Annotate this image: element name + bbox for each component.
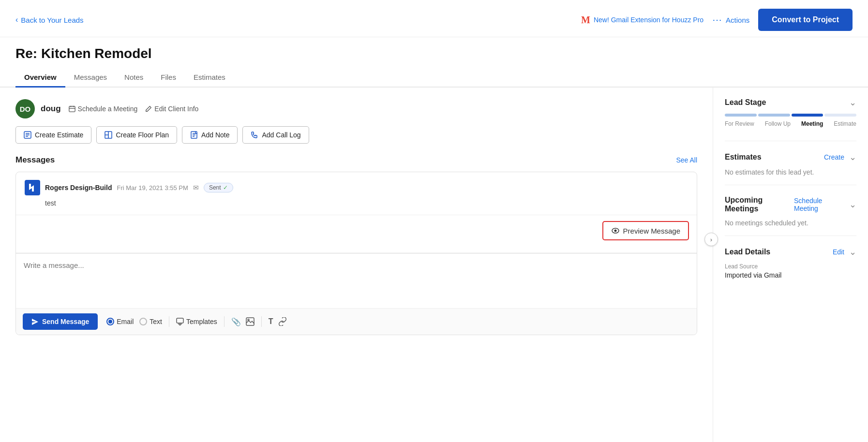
tab-overview[interactable]: Overview [15, 68, 65, 88]
create-estimate-link[interactable]: Create [824, 153, 844, 161]
message-body: test [45, 199, 688, 207]
email-radio[interactable]: Email [106, 318, 134, 325]
upcoming-meetings-section: Upcoming Meetings Schedule Meeting ⌄ No … [725, 196, 856, 236]
image-svg-icon [246, 317, 254, 326]
stage-segment-0 [725, 114, 757, 117]
see-all-link[interactable]: See All [676, 156, 697, 164]
back-to-leads[interactable]: ‹ Back to Your Leads [15, 15, 84, 24]
edit-lead-details-link[interactable]: Edit [833, 248, 844, 256]
stage-label-2: Meeting [801, 120, 823, 127]
templates-button[interactable]: Templates [176, 318, 217, 325]
actions-label: Actions [726, 16, 749, 24]
text-radio[interactable]: Text [139, 318, 162, 325]
tab-files[interactable]: Files [152, 68, 185, 88]
email-radio-dot [106, 318, 114, 325]
pencil-icon [145, 105, 152, 112]
messages-section-header: Messages See All [15, 155, 697, 165]
gmail-promo: M New! Gmail Extension for Houzz Pro [581, 15, 703, 26]
page-title: Re: Kitchen Remodel [15, 46, 853, 61]
message-sender: Rogers Design-Build [45, 184, 112, 192]
tab-estimates[interactable]: Estimates [185, 68, 234, 88]
lead-source-label: Lead Source [725, 263, 856, 270]
preview-message-button[interactable]: Preview Message [602, 221, 689, 240]
estimates-title: Estimates [725, 153, 762, 162]
schedule-meeting-link[interactable]: Schedule Meeting [794, 197, 844, 212]
estimates-empty-text: No estimates for this lead yet. [725, 168, 856, 176]
add-note-button[interactable]: Add Note [182, 126, 238, 144]
channel-radio-group: Email Text [106, 318, 162, 325]
send-message-button[interactable]: Send Message [23, 313, 98, 330]
lead-stage-bar-container: For Review Follow Up Meeting Estimate [725, 114, 856, 127]
lead-source-field: Lead Source Imported via Gmail [725, 263, 856, 279]
back-arrow-icon: ‹ [15, 15, 18, 24]
avatar: DO [15, 99, 35, 118]
stage-label-1: Follow Up [765, 120, 791, 127]
toolbar-divider-1 [169, 316, 169, 327]
floorplan-icon [105, 131, 112, 139]
templates-icon [176, 318, 184, 325]
stage-segment-3 [824, 114, 856, 117]
stage-labels: For Review Follow Up Meeting Estimate [725, 120, 856, 127]
compose-toolbar: Send Message Email Text [16, 308, 697, 335]
link-icon[interactable] [278, 317, 287, 326]
toolbar-divider-2 [224, 316, 224, 327]
actions-dots-icon: ⋯ [712, 14, 723, 26]
scroll-handle[interactable]: › [704, 233, 718, 246]
svg-point-15 [614, 230, 616, 232]
schedule-meeting-link[interactable]: Schedule a Meeting [69, 105, 138, 113]
lead-details-chevron[interactable]: ⌄ [849, 247, 856, 257]
preview-message-area: Preview Message [16, 215, 697, 246]
message-item: Rogers Design-Build Fri Mar 19, 2021 3:5… [16, 172, 697, 215]
convert-to-project-button[interactable]: Convert to Project [758, 9, 853, 31]
tab-notes[interactable]: Notes [116, 68, 152, 88]
eye-icon [611, 226, 620, 235]
lead-stage-section: Lead Stage ⌄ For Review Follow Up Meetin… [725, 97, 856, 141]
gmail-promo-text[interactable]: New! Gmail Extension for Houzz Pro [594, 16, 703, 24]
lead-source-value: Imported via Gmail [725, 271, 856, 279]
image-icon[interactable] [246, 317, 254, 326]
message-date: Fri Mar 19, 2021 3:55 PM [117, 184, 188, 192]
estimates-chevron[interactable]: ⌄ [849, 152, 856, 162]
stage-segment-1 [758, 114, 790, 117]
text-radio-dot [139, 318, 147, 325]
compose-area: Send Message Email Text [16, 253, 697, 335]
stage-segment-2 [792, 114, 823, 117]
username: doug [41, 104, 61, 114]
tabs-bar: Overview Messages Notes Files Estimates [0, 68, 868, 88]
lead-stage-chevron[interactable]: ⌄ [849, 97, 856, 108]
edit-client-info-link[interactable]: Edit Client Info [145, 105, 198, 113]
calendar-icon [69, 105, 75, 112]
houzz-logo-icon [28, 183, 37, 192]
text-format-icon[interactable]: T [269, 317, 273, 326]
stage-label-0: For Review [725, 120, 754, 127]
message-logo [25, 180, 40, 195]
phone-icon [251, 131, 258, 139]
send-icon [31, 318, 39, 325]
lead-details-section: Lead Details Edit ⌄ Lead Source Imported… [725, 247, 856, 288]
email-icon: ✉ [193, 184, 199, 192]
add-call-log-button[interactable]: Add Call Log [242, 126, 309, 144]
create-estimate-button[interactable]: Create Estimate [15, 126, 91, 144]
meetings-empty-text: No meetings scheduled yet. [725, 219, 856, 227]
link-svg-icon [278, 317, 287, 326]
tab-messages[interactable]: Messages [65, 68, 116, 88]
messages-card: Rogers Design-Build Fri Mar 19, 2021 3:5… [15, 172, 697, 335]
sent-badge: Sent ✓ [204, 183, 233, 192]
actions-button[interactable]: ⋯ Actions [712, 14, 749, 26]
back-label: Back to Your Leads [21, 16, 83, 24]
estimates-section: Estimates Create ⌄ No estimates for this… [725, 152, 856, 185]
attachment-icon[interactable]: 📎 [231, 317, 241, 326]
message-input[interactable] [16, 253, 697, 307]
messages-title: Messages [15, 155, 55, 165]
lead-stage-title: Lead Stage [725, 98, 766, 107]
svg-rect-0 [69, 106, 75, 112]
create-floor-plan-button[interactable]: Create Floor Plan [96, 126, 177, 144]
action-buttons-row: Create Estimate Create Floor Plan Add No… [15, 126, 697, 144]
meetings-chevron[interactable]: ⌄ [849, 199, 856, 210]
gmail-icon: M [581, 15, 590, 26]
estimate-icon [24, 131, 31, 139]
checkmark-icon: ✓ [223, 184, 228, 191]
stage-bar [725, 114, 856, 117]
svg-rect-16 [177, 318, 183, 323]
stage-label-3: Estimate [834, 120, 856, 127]
